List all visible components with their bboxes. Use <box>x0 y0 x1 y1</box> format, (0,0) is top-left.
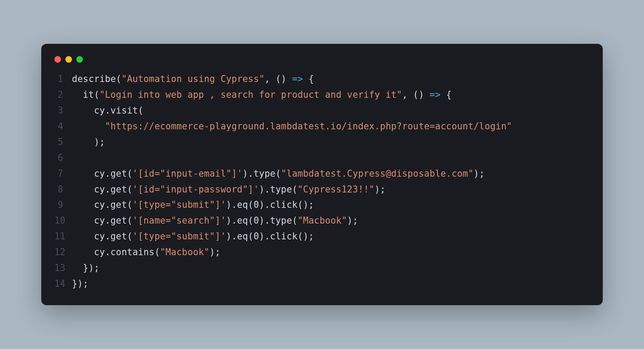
token-string: '[id="input-email"]' <box>132 168 243 179</box>
token-string: "lambdatest.Cypress@disposable.com" <box>281 168 474 179</box>
code-text: describe("Automation using Cypress", () … <box>72 71 314 87</box>
token-punct: ); <box>375 184 386 195</box>
code-text: }); <box>72 260 100 276</box>
token-punct: ).eq(0).click(); <box>226 231 314 242</box>
token-punct: ).type( <box>243 168 281 179</box>
code-line: 6 <box>54 150 590 166</box>
token-punct: ).eq(0).type( <box>226 215 297 226</box>
close-icon[interactable] <box>54 56 61 63</box>
line-number: 4 <box>54 119 72 135</box>
code-text: cy.get('[type="submit"]').eq(0).click(); <box>72 197 314 213</box>
token-string: "Macbook" <box>160 247 210 257</box>
token-string: '[type="submit"]' <box>132 199 226 210</box>
line-number: 1 <box>54 71 72 87</box>
code-text: cy.get('[type="submit"]').eq(0).click(); <box>72 229 314 245</box>
token-punct: cy.visit( <box>72 105 143 116</box>
code-editor-window: 1describe("Automation using Cypress", ()… <box>41 44 603 305</box>
line-number: 10 <box>54 213 72 229</box>
token-string: "Automation using Cypress" <box>122 74 265 84</box>
line-number: 6 <box>54 150 72 166</box>
token-punct: it( <box>72 89 100 100</box>
code-text: cy.get('[id="input-email"]').type("lambd… <box>72 166 485 182</box>
token-punct: ); <box>210 247 221 257</box>
code-line: 12 cy.contains("Macbook"); <box>54 245 590 260</box>
code-line: 14}); <box>54 276 590 292</box>
code-text: cy.contains("Macbook"); <box>72 245 221 260</box>
code-content[interactable]: 1describe("Automation using Cypress", ()… <box>54 71 590 292</box>
line-number: 13 <box>54 260 72 276</box>
code-text: "https://ecommerce-playground.lambdatest… <box>72 119 512 135</box>
code-text: ); <box>72 135 105 150</box>
token-punct: ).eq(0).click(); <box>226 199 314 210</box>
code-text: cy.get('[id="input-password"]').type("Cy… <box>72 182 386 198</box>
token-punct: , () <box>402 89 430 100</box>
token-string: '[id="input-password"]' <box>132 184 259 195</box>
token-punct: describe( <box>72 74 122 84</box>
token-punct: { <box>440 89 451 100</box>
token-punct: cy.get( <box>72 184 132 195</box>
line-number: 14 <box>54 276 72 292</box>
token-string: '[name="search"]' <box>132 215 226 226</box>
token-punct: cy.get( <box>72 199 132 210</box>
token-arrow: => <box>429 89 440 100</box>
code-line: 1describe("Automation using Cypress", ()… <box>54 71 590 87</box>
code-line: 11 cy.get('[type="submit"]').eq(0).click… <box>54 229 590 245</box>
token-punct: { <box>303 74 314 84</box>
token-punct: cy.get( <box>72 231 132 242</box>
code-line: 4 "https://ecommerce-playground.lambdate… <box>54 119 590 135</box>
token-arrow: => <box>292 74 303 84</box>
line-number: 3 <box>54 103 72 119</box>
token-punct: ).type( <box>259 184 297 195</box>
line-number: 12 <box>54 245 72 260</box>
token-punct: cy.contains( <box>72 247 160 257</box>
token-punct: ); <box>72 137 105 147</box>
line-number: 9 <box>54 197 72 213</box>
token-string: '[type="submit"]' <box>132 231 226 242</box>
token-punct: ); <box>474 168 485 179</box>
line-number: 8 <box>54 182 72 198</box>
token-string: "Macbook" <box>297 215 347 226</box>
code-line: 3 cy.visit( <box>54 103 590 119</box>
token-punct: }); <box>72 278 89 289</box>
token-punct: cy.get( <box>72 168 132 179</box>
token-punct: , () <box>265 74 292 84</box>
code-text: cy.visit( <box>72 103 143 119</box>
code-line: 10 cy.get('[name="search"]').eq(0).type(… <box>54 213 590 229</box>
maximize-icon[interactable] <box>76 56 83 63</box>
code-line: 13 }); <box>54 260 590 276</box>
token-punct: cy.get( <box>72 215 132 226</box>
code-line: 5 ); <box>54 135 590 150</box>
token-string: "Cypress123!!" <box>297 184 375 195</box>
line-number: 7 <box>54 166 72 182</box>
line-number: 5 <box>54 135 72 150</box>
token-string: "https://ecommerce-playground.lambdatest… <box>105 121 512 132</box>
line-number: 11 <box>54 229 72 245</box>
code-line: 2 it("Login into web app , search for pr… <box>54 87 590 103</box>
token-string: "Login into web app , search for product… <box>100 89 402 100</box>
code-line: 9 cy.get('[type="submit"]').eq(0).click(… <box>54 197 590 213</box>
code-text: it("Login into web app , search for prod… <box>72 87 451 103</box>
window-titlebar <box>54 53 590 71</box>
token-punct: ); <box>347 215 358 226</box>
line-number: 2 <box>54 87 72 103</box>
token-punct <box>72 121 105 132</box>
code-line: 8 cy.get('[id="input-password"]').type("… <box>54 182 590 198</box>
code-text: }); <box>72 276 89 292</box>
token-punct: }); <box>72 263 100 273</box>
minimize-icon[interactable] <box>65 56 72 63</box>
code-text: cy.get('[name="search"]').eq(0).type("Ma… <box>72 213 358 229</box>
code-line: 7 cy.get('[id="input-email"]').type("lam… <box>54 166 590 182</box>
